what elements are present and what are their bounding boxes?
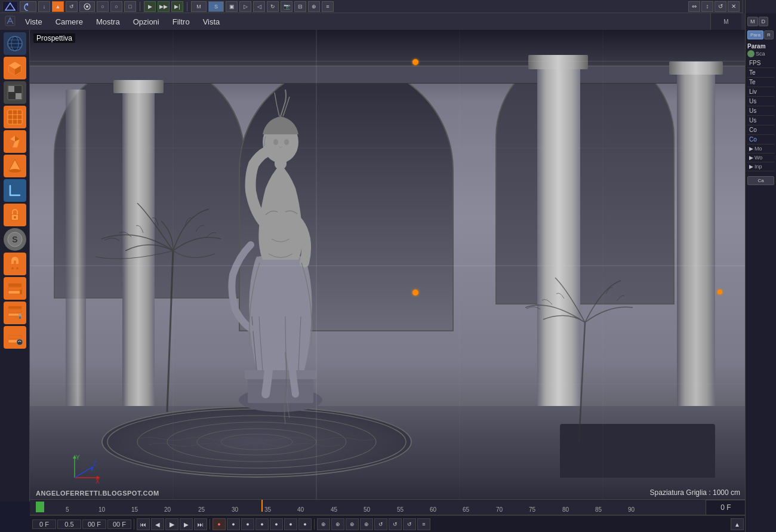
toolbar-btn-6[interactable]: ○ — [97, 1, 109, 12]
play-step-btn[interactable]: ▶| — [171, 1, 183, 12]
toolbar-grid-btn[interactable]: ▣ — [226, 1, 238, 12]
timeline-ruler[interactable]: 0 5 10 15 20 25 30 35 40 45 50 55 60 65 … — [30, 500, 746, 515]
cone-icon[interactable] — [4, 155, 26, 177]
toolbar-btn-1[interactable] — [20, 1, 36, 12]
time-mid1[interactable]: 0.5 — [57, 519, 81, 529]
layers2-icon[interactable] — [4, 326, 26, 349]
ctrl-btn8[interactable]: ≡ — [417, 518, 430, 530]
logo-btn[interactable] — [2, 1, 18, 12]
svg-rect-44 — [8, 336, 21, 339]
ruler-mark-55: 55 — [397, 506, 404, 513]
menu-opzioni[interactable]: Opzioni — [127, 15, 165, 29]
right-panel-label: M — [723, 19, 728, 25]
svg-rect-32 — [11, 267, 14, 269]
panel-tab-d[interactable]: D — [759, 17, 769, 26]
viewport[interactable]: Y X Z Prospettiva ANGELOFERRETTI.BLOGSPO… — [30, 30, 746, 502]
gem-icon[interactable] — [4, 130, 26, 153]
magnet-icon[interactable] — [4, 253, 26, 275]
ctrl-btn3[interactable]: ⊕ — [346, 518, 359, 530]
wo-row[interactable]: ▶ Wo — [747, 153, 774, 162]
toolbar-triangle-btn[interactable]: ▷ — [239, 1, 251, 12]
playhead-tick[interactable] — [261, 500, 263, 512]
go-end-btn[interactable]: ⏭ — [194, 518, 207, 530]
toolbar-rotate-btn[interactable]: ↻ — [267, 1, 279, 12]
layers-icon[interactable] — [4, 277, 26, 300]
toolbar-btn-2[interactable]: ↓ — [38, 1, 50, 12]
time-left[interactable]: 0 F — [32, 519, 56, 529]
right-properties-panel: M D Para R Param Sca FPS Te Te Liv Us — [745, 0, 776, 532]
svg-rect-16 — [8, 93, 14, 99]
menu-viste[interactable]: Viste — [19, 15, 48, 29]
ctrl-btn1[interactable]: ⊕ — [317, 518, 330, 530]
toolbar-extra1-btn[interactable]: ⊟ — [294, 1, 306, 12]
right-panel-top-buttons — [746, 0, 776, 13]
menu-filtro[interactable]: Filtro — [167, 15, 196, 29]
s-tool-icon[interactable]: S — [4, 228, 26, 251]
toolbar-extra3-btn[interactable]: ≡ — [322, 1, 334, 12]
ctrl-btn5[interactable]: ↺ — [374, 518, 387, 530]
toolbar-btn-5[interactable] — [79, 1, 95, 12]
world-icon[interactable] — [4, 32, 26, 55]
checker-icon[interactable] — [4, 81, 26, 104]
panel-tab-r[interactable]: R — [764, 30, 774, 39]
key-btn3[interactable]: ● — [255, 518, 269, 530]
go-start-btn[interactable]: ⏮ — [137, 518, 150, 530]
ctrl-btn7[interactable]: ↺ — [403, 518, 416, 530]
view-arrows-btn[interactable]: ⇔ — [688, 1, 700, 12]
inp-row[interactable]: ▶ Inp — [747, 162, 774, 171]
record-btn[interactable]: ● — [213, 518, 226, 530]
ruler-mark-90: 90 — [628, 506, 635, 513]
play-btn-tl[interactable]: ▶ — [165, 518, 178, 530]
key-btn5[interactable]: ● — [284, 518, 297, 530]
ruler-mark-5: 5 — [66, 506, 69, 513]
layers-lock-icon[interactable] — [4, 302, 26, 324]
ca-btn[interactable]: Ca — [747, 176, 774, 185]
time-end[interactable]: 00 F — [107, 519, 131, 529]
angle-icon[interactable] — [4, 179, 26, 202]
mo-row[interactable]: ▶ Mo — [747, 144, 774, 153]
next-frame-btn[interactable]: ▶ — [180, 518, 193, 530]
key-btn4[interactable]: ● — [270, 518, 283, 530]
ruler-mark-65: 65 — [463, 506, 469, 513]
toolbar-btn-3[interactable]: ▲ — [52, 1, 64, 12]
svg-text:Z: Z — [93, 460, 97, 467]
sca-label: Sca — [756, 51, 765, 57]
menu-vista[interactable]: Vista — [197, 15, 226, 29]
panel-tab-m[interactable]: M — [747, 17, 758, 26]
svg-line-73 — [75, 467, 93, 478]
cube-solid-icon[interactable] — [4, 57, 26, 79]
ruler-mark-20: 20 — [164, 506, 171, 513]
expand-btn[interactable]: ▲ — [731, 518, 744, 530]
play-btn[interactable]: ▶ — [144, 1, 156, 12]
toolbar-extra2-btn[interactable]: ⊕ — [308, 1, 320, 12]
toolbar-btn-4[interactable]: ↺ — [66, 1, 78, 12]
panel-tab-para[interactable]: Para — [747, 30, 763, 39]
toolbar-btn-8[interactable]: □ — [124, 1, 136, 12]
menu-mostra[interactable]: Mostra — [90, 15, 126, 29]
ctrl-btn4[interactable]: ⊕ — [360, 518, 373, 530]
play-fast-btn[interactable]: ▶▶ — [158, 1, 170, 12]
key-btn1[interactable]: ● — [227, 518, 240, 530]
panel-tabs-2: Para R — [747, 29, 774, 41]
start-marker[interactable] — [36, 502, 44, 512]
prev-frame-btn[interactable]: ◀ — [151, 518, 164, 530]
ctrl-btn2[interactable]: ⊕ — [331, 518, 344, 530]
toolbar-camera-btn[interactable]: 📷 — [281, 1, 292, 12]
grid-orange-icon[interactable] — [4, 106, 26, 128]
view-reset-btn[interactable]: ↺ — [715, 1, 726, 12]
svg-point-45 — [17, 339, 23, 345]
toolbar-btn-7[interactable]: ○ — [110, 1, 122, 12]
time-start[interactable]: 00 F — [82, 519, 106, 529]
orange-light-2 — [412, 290, 418, 296]
toolbar-m-btn[interactable]: M — [191, 1, 207, 12]
key-btn6[interactable]: ● — [298, 518, 312, 530]
key-btn2[interactable]: ● — [241, 518, 254, 530]
toolbar-s-btn[interactable]: S — [208, 1, 224, 12]
toolbar-left-btn[interactable]: ◁ — [253, 1, 265, 12]
view-x-btn[interactable]: ✕ — [728, 1, 740, 12]
lock-icon[interactable] — [4, 204, 26, 226]
menu-camere[interactable]: Camere — [50, 15, 89, 29]
ctrl-btn6[interactable]: ↺ — [389, 518, 402, 530]
sca-toggle[interactable] — [747, 50, 755, 57]
view-up-btn[interactable]: ↕ — [701, 1, 713, 12]
